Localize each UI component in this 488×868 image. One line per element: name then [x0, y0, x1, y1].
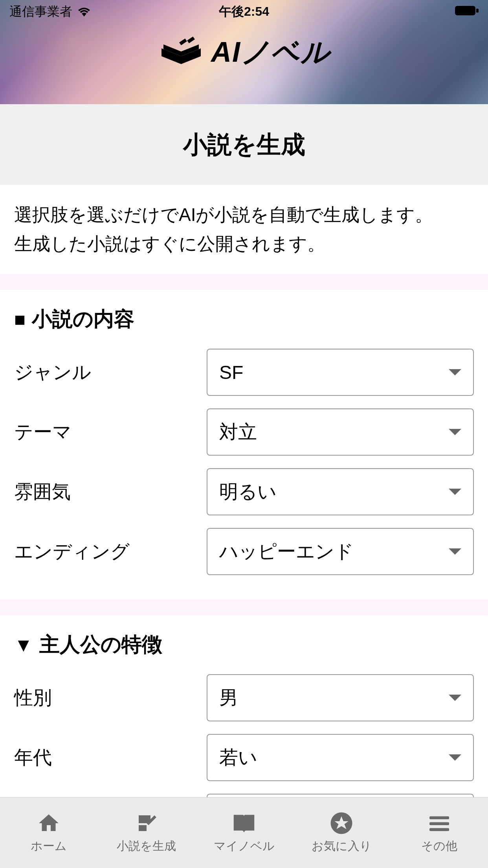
- form-row-theme: テーマ 対立: [14, 408, 474, 456]
- app-logo: AIノベル: [158, 33, 330, 71]
- section-title-protagonist: 主人公の特徴: [39, 631, 162, 658]
- nav-home-label: ホーム: [31, 838, 67, 854]
- form-row-gender: 性別 男: [14, 674, 474, 721]
- label-theme: テーマ: [14, 419, 207, 445]
- select-age-value: 若い: [219, 745, 257, 770]
- section-header-content: ■ 小説の内容: [14, 305, 474, 333]
- svg-rect-1: [476, 9, 479, 13]
- section-title-content: 小説の内容: [32, 305, 134, 333]
- form-row-atmosphere: 雰囲気 明るい: [14, 468, 474, 515]
- description: 選択肢を選ぶだけでAIが小説を自動で生成します。 生成した小説はすぐに公開されま…: [0, 185, 488, 274]
- app-name: AIノベル: [211, 33, 330, 71]
- pen-book-icon: [135, 811, 158, 835]
- square-marker-icon: ■: [14, 309, 26, 330]
- book-logo-icon: [158, 37, 205, 68]
- select-genre-value: SF: [219, 362, 243, 383]
- bottom-nav: ホーム 小説を生成 マイノベル お気に入り その他: [0, 797, 488, 868]
- svg-rect-0: [455, 6, 475, 15]
- label-age: 年代: [14, 745, 207, 770]
- wifi-icon: [77, 6, 91, 17]
- select-atmosphere-value: 明るい: [219, 479, 277, 504]
- nav-home[interactable]: ホーム: [0, 811, 97, 854]
- svg-rect-4: [429, 822, 449, 826]
- nav-generate-label: 小説を生成: [117, 838, 176, 854]
- select-ending-value: ハッピーエンド: [219, 539, 354, 564]
- chevron-down-icon: [449, 754, 461, 761]
- svg-rect-5: [429, 828, 449, 831]
- home-icon: [37, 811, 61, 835]
- form-row-age: 年代 若い: [14, 734, 474, 781]
- select-gender[interactable]: 男: [207, 674, 474, 721]
- status-bar: 通信事業者 午後2:54: [0, 0, 488, 24]
- book-open-icon: [232, 811, 256, 835]
- nav-my-novel[interactable]: マイノベル: [195, 811, 293, 854]
- section-separator: [0, 274, 488, 290]
- description-line-1: 選択肢を選ぶだけでAIが小説を自動で生成します。: [14, 200, 474, 230]
- select-atmosphere[interactable]: 明るい: [207, 468, 474, 515]
- form-row-genre: ジャンル SF: [14, 349, 474, 396]
- label-ending: エンディング: [14, 539, 207, 564]
- triangle-marker-icon: ▼: [14, 634, 33, 656]
- menu-icon: [427, 811, 451, 835]
- select-partial[interactable]: [207, 794, 474, 797]
- chevron-down-icon: [449, 429, 461, 435]
- section-header-protagonist: ▼ 主人公の特徴: [14, 631, 474, 658]
- select-ending[interactable]: ハッピーエンド: [207, 528, 474, 575]
- select-gender-value: 男: [219, 685, 238, 710]
- section-separator: [0, 600, 488, 615]
- nav-generate[interactable]: 小説を生成: [97, 811, 195, 854]
- chevron-down-icon: [449, 369, 461, 375]
- star-circle-icon: [330, 811, 353, 835]
- select-theme[interactable]: 対立: [207, 408, 474, 456]
- nav-favorites-label: お気に入り: [312, 838, 372, 854]
- chevron-down-icon: [449, 489, 461, 495]
- form-row-partial: [14, 794, 474, 797]
- nav-other-label: その他: [421, 838, 457, 854]
- select-theme-value: 対立: [219, 419, 257, 445]
- time-label: 午後2:54: [219, 3, 269, 20]
- nav-other[interactable]: その他: [391, 811, 488, 854]
- chevron-down-icon: [449, 695, 461, 701]
- label-gender: 性別: [14, 685, 207, 710]
- section-novel-content: ■ 小説の内容 ジャンル SF テーマ 対立 雰囲気 明るい エン: [0, 290, 488, 600]
- description-line-2: 生成した小説はすぐに公開されます。: [14, 230, 474, 259]
- form-row-ending: エンディング ハッピーエンド: [14, 528, 474, 575]
- label-atmosphere: 雰囲気: [14, 479, 207, 504]
- page-title: 小説を生成: [0, 104, 488, 185]
- nav-favorites[interactable]: お気に入り: [293, 811, 390, 854]
- select-age[interactable]: 若い: [207, 734, 474, 781]
- svg-rect-3: [429, 817, 449, 820]
- chevron-down-icon: [449, 548, 461, 555]
- section-protagonist: ▼ 主人公の特徴 性別 男 年代 若い: [0, 615, 488, 797]
- battery-icon: [455, 5, 479, 16]
- select-genre[interactable]: SF: [207, 349, 474, 396]
- label-genre: ジャンル: [14, 360, 207, 385]
- carrier-label: 通信事業者: [9, 3, 72, 20]
- nav-my-novel-label: マイノベル: [214, 838, 275, 854]
